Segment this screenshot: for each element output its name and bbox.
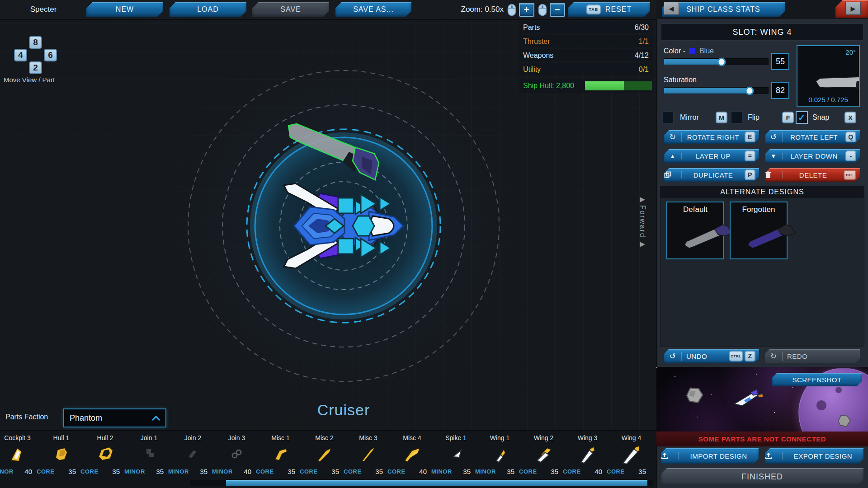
part-item-wing2[interactable]: Wing 2 CORE 35 [522, 431, 566, 480]
zoom-level-label: Zoom: 0.50x [453, 0, 504, 19]
rotate-right-keycap: E [745, 131, 755, 142]
mouse-scroll-icon [538, 4, 547, 16]
z-keycap: Z [745, 351, 755, 361]
part-type-label: MINOR [124, 468, 145, 475]
saturation-label: Saturation [664, 76, 697, 84]
part-price-label: 35 [288, 468, 295, 475]
part-item-cockpit3[interactable]: Cockpit 3 MINOR 40 [0, 431, 39, 480]
upload-icon [661, 452, 679, 460]
wing1-icon [490, 444, 509, 464]
load-button[interactable]: LOAD [170, 2, 246, 17]
color-slider[interactable] [664, 58, 769, 65]
hull-progress-bar [585, 81, 652, 90]
part-item-wing1[interactable]: Wing 1 MINOR 35 [478, 431, 522, 480]
color-slider-thumb[interactable] [717, 57, 726, 66]
delete-button[interactable]: DELETE DEL [765, 168, 860, 182]
part-item-misc3[interactable]: Misc 3 CORE 35 [346, 431, 390, 480]
delete-keycap: DEL [844, 170, 856, 180]
part-item-join2[interactable]: Join 2 MINOR 35 [171, 431, 215, 480]
part-item-join1[interactable]: Join 1 MINOR 35 [127, 431, 171, 480]
part-category-label: Join 1 [127, 434, 171, 441]
part-category-label: Spike 1 [434, 434, 478, 441]
mirror-checkbox[interactable]: ✓ [662, 111, 674, 124]
slot-prev-button[interactable]: ◀ [664, 2, 679, 15]
zoom-in-button[interactable]: + [519, 3, 534, 17]
ship-class-title: Cruiser [289, 401, 398, 419]
part-item-join3[interactable]: Join 3 MINOR 40 [215, 431, 259, 480]
part-type-label: CORE [387, 468, 406, 475]
part-type-label: MINOR [431, 468, 452, 475]
part-category-label: Misc 1 [259, 434, 302, 441]
ship-class-stats-button[interactable]: SHIP CLASS STATS [662, 2, 785, 17]
part-type-label: CORE [300, 468, 318, 475]
zoom-out-button[interactable]: − [550, 3, 565, 17]
redo-button[interactable]: ↻ REDO [765, 349, 860, 363]
mirror-keycap: M [716, 112, 727, 123]
wing3-icon [577, 444, 597, 464]
saturation-slider[interactable] [664, 87, 769, 94]
part-item-wing3[interactable]: Wing 3 CORE 40 [566, 431, 609, 480]
undo-button[interactable]: ↺ UNDO CTRL Z [664, 349, 759, 363]
duplicate-button[interactable]: DUPLICATE P [664, 168, 759, 182]
part-type-label: MINOR [475, 468, 496, 475]
flip-checkbox[interactable]: ✓ [731, 111, 743, 124]
part-coords-value: 0.025 / 0.725 [797, 96, 859, 103]
triangle-up-icon: ▲ [664, 153, 682, 160]
part-type-label: CORE [80, 468, 99, 475]
finished-button[interactable]: FINISHED [661, 468, 863, 485]
snap-checkbox[interactable]: ✓ [796, 111, 808, 124]
part-category-label: Misc 4 [390, 434, 434, 441]
selected-part-wing4[interactable] [286, 121, 381, 182]
faction-dropdown[interactable]: Phantom [63, 408, 166, 427]
warning-banner: SOME PARTS ARE NOT CONNECTED [656, 432, 868, 446]
part-item-hull2[interactable]: Hull 2 CORE 35 [83, 431, 127, 480]
part-category-label: Join 2 [171, 434, 215, 441]
stat-row-parts: Parts6/30 [519, 21, 653, 33]
part-type-label: MINOR [168, 468, 189, 475]
undo-icon: ↺ [664, 352, 682, 361]
rotate-cw-icon: ↻ [664, 132, 682, 142]
design-card-forgotten[interactable]: Forgotten [730, 202, 788, 259]
hull1-icon [51, 444, 71, 464]
save-as-button[interactable]: SAVE AS... [335, 2, 411, 17]
layer-down-button[interactable]: ▼ LAYER DOWN - [765, 149, 860, 163]
hull-value: 2,800 [556, 82, 574, 89]
color-value-box[interactable]: 55 [771, 53, 789, 70]
parts-scrollbar-thumb[interactable] [226, 480, 647, 486]
ship-model[interactable] [280, 181, 407, 271]
part-type-label: MINOR [0, 468, 14, 475]
part-item-misc4[interactable]: Misc 4 CORE 40 [390, 431, 434, 480]
part-item-misc2[interactable]: Misc 2 CORE 35 [302, 431, 346, 480]
part-category-label: Wing 2 [522, 434, 566, 441]
new-button[interactable]: NEW [86, 2, 163, 17]
copy-icon [664, 171, 682, 178]
part-item-spike1[interactable]: Spike 1 MINOR 35 [434, 431, 478, 480]
cockpit3-icon [7, 444, 27, 464]
import-design-button[interactable]: IMPORT DESIGN [661, 448, 759, 464]
screenshot-button[interactable]: SCREENSHOT [772, 373, 862, 386]
mini-ship-image [732, 389, 767, 408]
slot-title: SLOT: WING 4 [732, 28, 792, 37]
saturation-slider-thumb[interactable] [745, 86, 754, 95]
part-category-label: Hull 1 [39, 434, 83, 441]
part-price-label: 35 [68, 468, 76, 475]
misc1-icon [270, 444, 290, 464]
mirror-label: Mirror [680, 113, 699, 122]
move-left-key: 4 [14, 49, 27, 61]
part-price-label: 40 [24, 468, 32, 475]
part-item-misc1[interactable]: Misc 1 CORE 35 [259, 431, 302, 480]
save-button[interactable]: SAVE [252, 2, 329, 17]
design-card-default[interactable]: Default [666, 202, 724, 259]
rotate-right-button[interactable]: ↻ ROTATE RIGHT E [664, 130, 759, 144]
parts-faction-label: Parts Faction [5, 413, 48, 421]
reset-view-button[interactable]: TAB RESET [568, 2, 650, 17]
misc4-icon [402, 444, 422, 464]
slot-next-button[interactable]: ▶ [845, 2, 861, 15]
part-item-wing4[interactable]: Wing 4 CORE 35 [609, 431, 653, 480]
layer-up-button[interactable]: ▲ LAYER UP = [664, 149, 759, 163]
export-design-button[interactable]: EXPORT DESIGN [765, 448, 863, 464]
join1-icon [139, 444, 159, 464]
rotate-left-button[interactable]: ↺ ROTATE LEFT Q [765, 130, 860, 144]
saturation-value-box[interactable]: 82 [771, 82, 789, 99]
part-item-hull1[interactable]: Hull 1 CORE 35 [39, 431, 83, 480]
